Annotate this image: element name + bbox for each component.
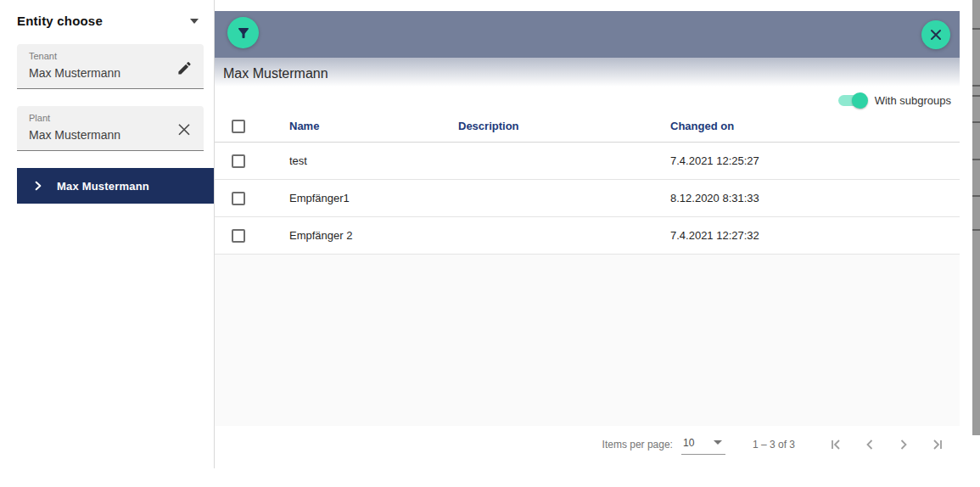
items-per-page-label: Items per page: <box>602 439 673 451</box>
paginator-range-label: 1 – 3 of 3 <box>753 439 795 451</box>
cell-changed-on: 8.12.2020 8:31:33 <box>670 192 960 204</box>
cell-name: test <box>289 154 458 167</box>
caret-down-icon[interactable] <box>190 19 199 24</box>
tenant-field[interactable]: Tenant Max Mustermann <box>17 44 204 89</box>
dialog-header-bar <box>215 11 960 58</box>
items-per-page-value: 10 <box>683 437 694 449</box>
entity-choose-header: Entity choose <box>17 14 199 28</box>
caret-down-icon <box>714 440 722 445</box>
next-page-button[interactable] <box>887 428 921 462</box>
table-body: test 7.4.2021 12:25:27 Empfänger1 8.12.2… <box>215 143 960 255</box>
paginator: Items per page: 10 1 – 3 of 3 <box>215 426 960 463</box>
column-header-description[interactable]: Description <box>458 120 670 132</box>
subgroups-toggle-row: With subgroups <box>215 90 960 110</box>
background-artifact-strip <box>972 0 980 435</box>
items-per-page-select[interactable]: 10 <box>681 435 725 455</box>
tree-item-max-mustermann[interactable]: Max Mustermann <box>17 168 214 204</box>
first-page-button[interactable] <box>819 428 853 462</box>
table-header-row: Name Description Changed on <box>215 110 960 143</box>
clear-x-icon[interactable] <box>175 120 193 139</box>
table-row[interactable]: test 7.4.2021 12:25:27 <box>215 143 960 180</box>
entity-choose-panel: Entity choose Tenant Max Mustermann Plan… <box>0 0 214 487</box>
cell-changed-on: 7.4.2021 12:27:32 <box>670 229 960 242</box>
column-header-name[interactable]: Name <box>289 120 458 132</box>
previous-page-button[interactable] <box>853 428 887 462</box>
filter-button[interactable] <box>227 17 259 48</box>
cell-name: Empfänger 2 <box>289 229 458 242</box>
cell-name: Empfänger1 <box>289 192 458 204</box>
dialog-title: Max Mustermann <box>223 66 328 81</box>
pencil-icon[interactable] <box>175 59 193 77</box>
chevron-right-icon[interactable] <box>32 180 44 192</box>
with-subgroups-toggle[interactable] <box>838 95 866 106</box>
with-subgroups-label: With subgroups <box>875 94 951 107</box>
tree-item-label: Max Mustermann <box>57 180 149 193</box>
row-checkbox[interactable] <box>232 154 245 168</box>
row-checkbox[interactable] <box>232 192 245 205</box>
close-button[interactable] <box>921 20 950 49</box>
table-row[interactable]: Empfänger1 8.12.2020 8:31:33 <box>215 180 960 217</box>
last-page-button[interactable] <box>921 428 955 462</box>
dialog-title-strip: Max Mustermann <box>215 58 960 90</box>
table-empty-area <box>215 255 960 426</box>
table-row[interactable]: Empfänger 2 7.4.2021 12:27:32 <box>215 217 960 255</box>
tenant-field-label: Tenant <box>29 51 57 61</box>
toggle-thumb[interactable] <box>852 92 868 109</box>
plant-field-value: Max Mustermann <box>29 128 120 142</box>
plant-field[interactable]: Plant Max Mustermann <box>17 106 204 151</box>
row-checkbox[interactable] <box>232 229 245 243</box>
tenant-field-value: Max Mustermann <box>29 66 120 80</box>
select-all-checkbox[interactable] <box>232 120 245 133</box>
plant-field-label: Plant <box>29 113 50 123</box>
column-header-changed-on[interactable]: Changed on <box>670 120 960 132</box>
cell-changed-on: 7.4.2021 12:25:27 <box>670 154 960 167</box>
entity-choose-title: Entity choose <box>17 14 103 28</box>
subgroup-dialog: Max Mustermann With subgroups Name Descr… <box>215 11 960 463</box>
